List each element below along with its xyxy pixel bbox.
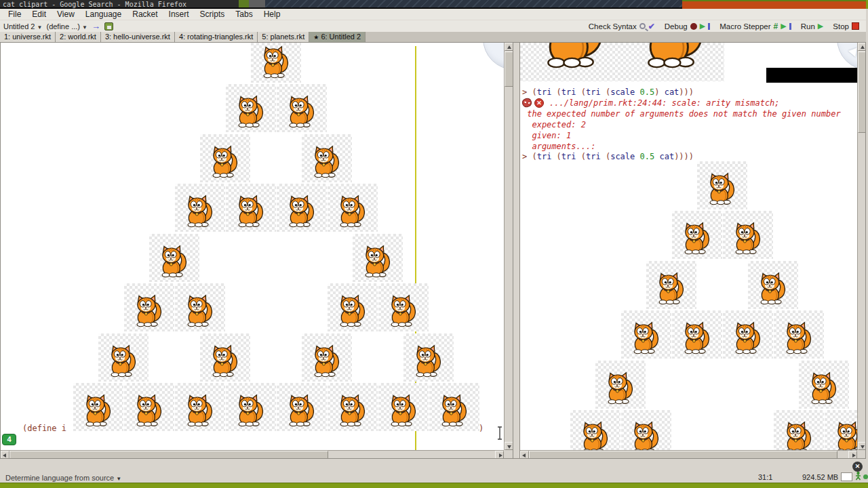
titlebar-segment (239, 0, 249, 9)
error-text: .../lang/prim.rkt:24:44: scale: arity mi… (549, 98, 780, 108)
menu-file[interactable]: File (3, 9, 26, 20)
scrollbar-thumb[interactable] (858, 52, 866, 133)
stop-button[interactable]: Stop (833, 22, 859, 30)
repl-error-line: the expected number of arguments does no… (522, 109, 841, 119)
tab-4[interactable]: 4: rotating-triangles.rkt (175, 32, 258, 42)
cat-image (200, 333, 250, 382)
menu-tabs[interactable]: Tabs (230, 9, 258, 20)
tab-label: 5: planets.rkt (262, 33, 304, 41)
repl-error-line: ✕.../lang/prim.rkt:24:44: scale: arity m… (522, 98, 780, 108)
toolbar-right: Check Syntax✔Debug▶Macro Stepper#▶Run▶St… (589, 22, 866, 31)
cat-image (277, 84, 327, 132)
cat-image (378, 283, 429, 331)
cat-image (149, 234, 199, 282)
scrollbar-thumb[interactable] (529, 451, 837, 459)
tab-2[interactable]: 2: world.rkt (56, 32, 101, 42)
titlebar-orange-segment (682, 0, 866, 9)
status-dot (863, 474, 868, 479)
cat-image (226, 84, 276, 132)
definition-dropdown[interactable]: (define ...) ▼ (46, 22, 87, 30)
scrollbar-thumb[interactable] (505, 52, 513, 87)
kill-x-icon[interactable]: ✕ (852, 462, 863, 472)
error-text: expected: 2 (522, 120, 586, 129)
chevron-down-icon: ▼ (116, 476, 121, 482)
cat-image (672, 211, 722, 259)
cat-image (175, 283, 225, 331)
definitions-pane[interactable]: (define i ) 4 (0, 42, 513, 459)
tab-1[interactable]: 1: universe.rkt (0, 32, 56, 42)
tab-6[interactable]: ★6: Untitled 2 (309, 32, 366, 42)
tab-3[interactable]: 3: hello-universe.rkt (101, 32, 175, 42)
cat-image (621, 310, 671, 359)
taskbar-strip[interactable] (0, 483, 868, 488)
tab-label: 1: universe.rkt (4, 33, 51, 41)
scroll-right-button[interactable] (848, 451, 857, 459)
cat-image (328, 283, 378, 331)
cat-image (723, 211, 773, 259)
scroll-down-button[interactable] (858, 442, 866, 450)
cat-image (200, 134, 250, 182)
scroll-left-button[interactable] (520, 451, 529, 459)
menubar: FileEditViewLanguageRacketInsertScriptsT… (0, 9, 866, 20)
cat-image (697, 161, 747, 209)
definitions-vertical-scrollbar[interactable] (504, 43, 513, 450)
check-syntax-button[interactable]: Check Syntax✔ (589, 22, 655, 31)
interactions-pane[interactable]: > (tri (tri (tri (scale 0.5) cat)))✕.../… (519, 42, 866, 459)
menu-view[interactable]: View (52, 9, 80, 20)
pane-splitter[interactable] (513, 42, 519, 459)
scrollbar-corner (857, 450, 866, 459)
save-icon[interactable] (104, 22, 113, 30)
cat-image (98, 333, 149, 382)
toolbar-button-label: Debug (665, 22, 688, 30)
error-x-icon[interactable]: ✕ (534, 98, 544, 108)
cat-image (328, 184, 378, 232)
tab-label: 6: Untitled 2 (321, 33, 361, 41)
run-button[interactable]: Run▶ (801, 22, 824, 30)
scroll-right-button[interactable] (495, 451, 504, 459)
definitions-horizontal-scrollbar[interactable] (1, 450, 504, 459)
error-text: arguments...: (522, 142, 595, 151)
interactions-vertical-scrollbar[interactable] (857, 43, 866, 450)
file-dropdown[interactable]: Untitled 2 ▼ (3, 22, 42, 30)
titlebar-segment (249, 0, 265, 9)
scrollbar-corner (504, 450, 513, 459)
caret-position: 31:1 (758, 473, 772, 481)
half-cat-image (535, 43, 615, 73)
play-icon: ▶ (700, 22, 705, 30)
menu-insert[interactable]: Insert (163, 9, 195, 20)
cat-image (774, 310, 824, 359)
black-rectangle (766, 68, 859, 83)
tab-bar: 1: universe.rkt2: world.rkt3: hello-univ… (0, 32, 866, 42)
cat-image (175, 383, 225, 431)
scroll-left-button[interactable] (1, 451, 9, 459)
cat-image (328, 383, 378, 431)
cat-image (799, 361, 849, 409)
menu-language[interactable]: Language (80, 9, 127, 20)
cat-image (646, 261, 696, 309)
toolbar-button-label: Stop (833, 22, 849, 30)
scroll-up-button[interactable] (858, 43, 866, 51)
firefox-titlebar[interactable]: cat clipart - Google Search - Mozilla Fi… (0, 0, 239, 9)
menu-edit[interactable]: Edit (26, 9, 52, 20)
menu-scripts[interactable]: Scripts (195, 9, 231, 20)
scroll-up-button[interactable] (505, 43, 513, 51)
menu-racket[interactable]: Racket (127, 9, 163, 20)
repl-error-line: arguments...: (522, 142, 595, 151)
cat-image (595, 361, 646, 409)
menu-help[interactable]: Help (258, 9, 286, 20)
interactions-horizontal-scrollbar[interactable] (520, 450, 857, 459)
toolbar-left: Untitled 2 ▼ (define ...) ▼ → (0, 22, 589, 30)
language-selector[interactable]: Determine language from source ▼ (5, 474, 121, 482)
tab-5[interactable]: 5: planets.rkt (258, 32, 309, 42)
cat-image (723, 310, 773, 359)
cat-image (429, 383, 479, 431)
jump-arrow-icon[interactable]: → (92, 22, 100, 30)
debug-button[interactable]: Debug▶ (665, 22, 710, 30)
gc-button[interactable] (841, 472, 852, 481)
scroll-down-button[interactable] (505, 442, 513, 450)
titlebar-hatched-segment (265, 0, 682, 9)
cat-image (73, 383, 123, 431)
macro-stepper-button[interactable]: Macro Stepper#▶ (719, 22, 791, 31)
scrollbar-thumb[interactable] (9, 451, 328, 459)
bug-icon[interactable] (521, 97, 533, 108)
